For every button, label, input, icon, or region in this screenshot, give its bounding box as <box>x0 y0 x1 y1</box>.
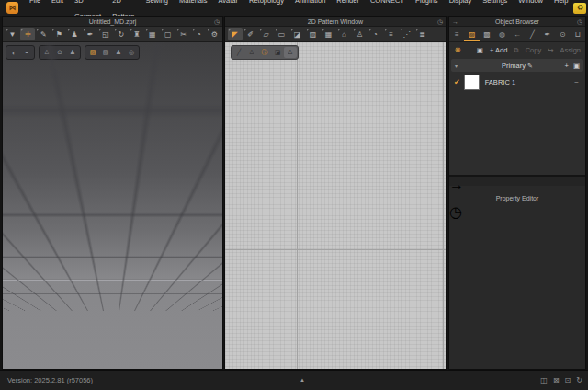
assign-button[interactable]: Assign <box>560 46 581 54</box>
pattern-outline-icon[interactable]: ╱ <box>232 47 245 58</box>
edit-pattern-tool[interactable]: ✐ <box>243 28 258 40</box>
object-browser-title: Object Browser <box>449 17 585 27</box>
tab-stitch[interactable]: ✒ <box>540 27 555 41</box>
add-button[interactable]: + Add <box>490 46 507 54</box>
scissors-tool[interactable]: ✂ <box>176 28 191 40</box>
folder-icon[interactable]: ▣ <box>477 46 483 54</box>
sewing-tool[interactable]: ✒ <box>83 28 97 40</box>
object-browser-tabs: ≡ ▨ ▩ ◍ ← ╱ ✒ ⊙ ⊔ <box>449 27 585 42</box>
object-browser-list-area[interactable] <box>449 92 585 175</box>
collapse-panel-icon[interactable]: → <box>452 17 458 27</box>
garment-display-group: ♙ ⊙ ♟ <box>39 45 81 60</box>
panel-menu-icon[interactable]: ◷ <box>214 17 220 27</box>
show-garment-icon[interactable]: ◓ <box>20 47 33 58</box>
gear-tool[interactable]: ⚙ <box>207 28 221 40</box>
fabric-swatch[interactable] <box>464 75 480 90</box>
pattern-info-icon[interactable]: ⓘ <box>258 47 271 58</box>
titlebar: ⋈ File Edit 3D Garment 2D Pattern Sewing… <box>0 0 588 16</box>
grading-tool[interactable]: ▦ <box>322 28 336 40</box>
fold-arrangement-tool[interactable]: ▦ <box>145 28 160 40</box>
garment-fit-icon[interactable]: ♙ <box>40 47 53 58</box>
copy-button[interactable]: Copy <box>526 46 542 54</box>
object-browser-header: → Object Browser ◷ <box>449 17 585 27</box>
tab-zipper[interactable]: ⊔ <box>571 27 585 41</box>
toggle-3d-overlay-icon[interactable]: ♙ <box>284 47 297 58</box>
expand-timeline-icon[interactable]: ▲ <box>300 371 305 390</box>
layout-close-icon[interactable]: ⊠ <box>553 376 560 384</box>
tab-topstitch[interactable]: ╱ <box>525 27 539 41</box>
avatar-mesh-icon[interactable]: ♟ <box>66 47 79 58</box>
collapse-panel-icon[interactable]: → <box>449 177 464 192</box>
section-title: Primary <box>502 62 526 70</box>
check-icon[interactable]: ✔ <box>454 78 460 86</box>
transparent-surface-icon[interactable]: ◎ <box>125 47 138 58</box>
iron-tool[interactable]: ⌂ <box>337 28 352 40</box>
toolbar-2d: ◤ ✐ ▱ ▭ ◪ ▨ ▦ ⌂ ♙ ◔ ≡ ⋰ ≣ <box>225 27 446 42</box>
remove-fabric-icon[interactable]: − <box>574 78 579 86</box>
app-logo-icon: ⋈ <box>6 2 18 14</box>
show-avatar-icon[interactable]: ◐ <box>7 47 20 58</box>
edit-section-icon[interactable]: ✎ <box>527 63 533 69</box>
thick-textured-surface-icon[interactable]: ▧ <box>99 47 112 58</box>
assign-icon: ↪ <box>548 46 553 54</box>
textured-surface-icon[interactable]: ▨ <box>86 47 99 58</box>
arrangement-points-icon[interactable]: ⊙ <box>53 47 66 58</box>
trace-tool[interactable]: ▨ <box>306 28 321 40</box>
panel-menu-icon[interactable]: ◷ <box>577 17 582 27</box>
notch-tool[interactable]: ⋰ <box>400 28 414 40</box>
panel-right: → Object Browser ◷ ≡ ▨ ▩ ◍ ← ╱ ✒ ⊙ ⊔ ❋ ▣… <box>448 16 586 370</box>
pen-tool[interactable]: ✎ <box>36 28 51 40</box>
move-gizmo-tool[interactable]: ✛ <box>20 28 35 40</box>
tab-scene[interactable]: ≡ <box>449 27 464 41</box>
fabric-list-item[interactable]: ✔ FABRIC 1 − <box>449 72 585 92</box>
zipper-tool[interactable]: ≣ <box>415 28 430 40</box>
reset-layout-icon[interactable]: ↻ <box>576 376 582 384</box>
avatar-tape-tool[interactable]: ♟ <box>67 28 82 40</box>
grid-tool[interactable]: ▢ <box>161 28 175 40</box>
tab-graphic[interactable]: ▩ <box>480 27 494 41</box>
rectangle-tool[interactable]: ▭ <box>275 28 289 40</box>
clo-badge-icon[interactable]: ♻ <box>573 3 586 14</box>
viewport-3d-overlay-toolbar: ◐ ◓ ♙ ⊙ ♟ ▨ ▧ ♟ ◎ <box>6 45 140 60</box>
bell-2d-tool[interactable]: ◔ <box>368 28 383 40</box>
pleats-tool[interactable]: ≡ <box>384 28 399 40</box>
primary-section-header[interactable]: ▾ Primary ✎ + ▣ <box>451 59 583 72</box>
polygon-tool[interactable]: ▱ <box>259 28 274 40</box>
viewport-3d[interactable]: ◐ ◓ ♙ ⊙ ♟ ▨ ▧ ♟ ◎ <box>3 42 222 369</box>
dart-tool[interactable]: ◪ <box>290 28 305 40</box>
app-logo-glyph: ⋈ <box>9 4 17 12</box>
surface-style-group: ▨ ▧ ♟ ◎ <box>85 45 140 60</box>
major-gridline-vertical <box>443 42 444 369</box>
pin-tool[interactable]: ⚑ <box>51 28 66 40</box>
fabric-badge-icon: ❋ <box>455 46 461 54</box>
tucked-shape-icon[interactable]: ♙ <box>245 47 258 58</box>
status-bar: Version: 2025.2.81 (r57056) ▲ ◫ ⊠ ⊡ ↻ <box>0 370 588 390</box>
floor-axis-line <box>3 280 222 281</box>
show-group: ◐ ◓ <box>6 45 35 60</box>
transform-pattern-tool[interactable]: ◤ <box>228 28 243 40</box>
layout-dock-icon[interactable]: ⊡ <box>565 376 571 384</box>
viewport-2d-overlay-toolbar: ╱ ♙ ⓘ ◪ ♙ <box>231 45 299 60</box>
tuck-tool[interactable]: ♙ <box>353 28 368 40</box>
viewport-2d[interactable]: ╱ ♙ ⓘ ◪ ♙ <box>225 42 446 369</box>
panel-menu-icon[interactable]: ◷ <box>437 17 443 27</box>
mesh-surface-icon[interactable]: ♟ <box>112 47 125 58</box>
tab-fabric[interactable]: ▨ <box>464 27 479 41</box>
major-gridline-horizontal <box>225 249 446 250</box>
tab-puckering[interactable]: ⊙ <box>555 27 570 41</box>
tab-trim[interactable]: ◍ <box>494 27 509 41</box>
panel-2d-header: 2D Pattern Window ◷ <box>225 17 446 27</box>
tab-seam-tape[interactable]: ← <box>510 27 525 41</box>
clo-badge-glyph: ♻ <box>577 4 583 12</box>
rotate-tool[interactable]: ↻ <box>114 28 129 40</box>
bell-tool[interactable]: ◔ <box>192 28 207 40</box>
fabric-texture-icon[interactable]: ◪ <box>271 47 284 58</box>
layout-columns-icon[interactable]: ◫ <box>540 376 548 384</box>
major-gridline-vertical <box>297 42 298 369</box>
fabric-name: FABRIC 1 <box>485 78 515 86</box>
panel-menu-icon[interactable]: ◷ <box>449 204 462 220</box>
avatar-tool[interactable]: ♜ <box>130 28 144 40</box>
document-title: Untitled_MD.zprj <box>3 17 222 27</box>
simulate-tool[interactable]: ▼ <box>6 28 20 40</box>
select-box-tool[interactable]: ◱ <box>98 28 113 40</box>
